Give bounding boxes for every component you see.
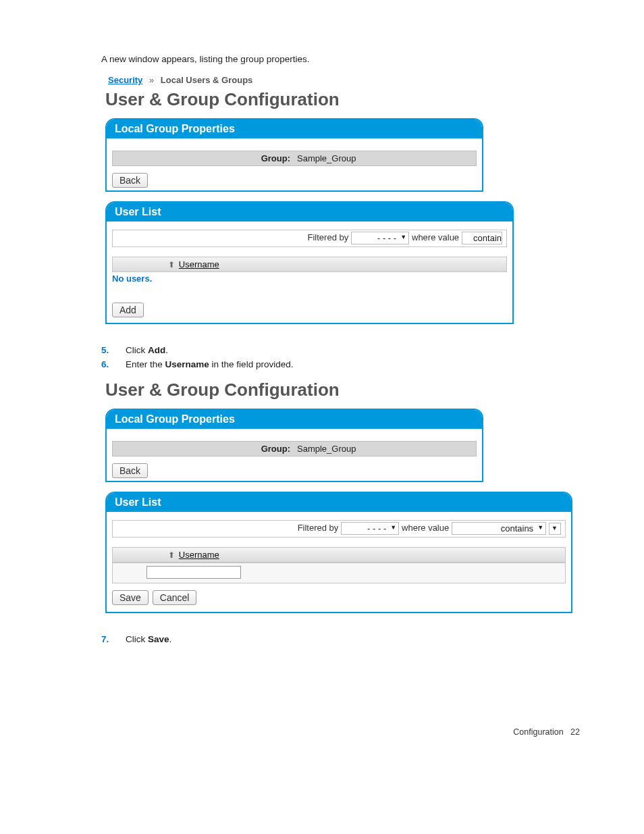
filtered-by-label: Filtered by: [308, 232, 349, 242]
filter-row: Filtered by - - - - where value contain: [112, 230, 507, 247]
step-text-bold: Add: [148, 345, 165, 355]
panel-user-list: User List Filtered by - - - - where valu…: [105, 201, 514, 324]
step-text-pre: Click: [126, 345, 148, 355]
step-text-post: .: [169, 634, 172, 644]
panel-local-group-properties: Local Group Properties Group: Sample_Gro…: [105, 409, 483, 482]
sort-up-icon: ⬆: [168, 550, 175, 560]
group-value: Sample_Group: [297, 444, 356, 454]
no-users-message: No users.: [112, 273, 512, 284]
step-text-bold: Username: [165, 359, 209, 369]
back-button[interactable]: Back: [112, 173, 148, 188]
panel-header-user-list: User List: [107, 493, 571, 512]
instruction-steps-a: 5. Click Add. 6. Enter the Username in t…: [101, 343, 580, 371]
screenshot-1: Security » Local Users & Groups User & G…: [101, 75, 580, 324]
filter-row: Filtered by - - - - where value contains: [112, 520, 566, 538]
breadcrumb-separator-icon: »: [145, 75, 158, 85]
step-text-post: in the field provided.: [209, 359, 294, 369]
panel-local-group-properties: Local Group Properties Group: Sample_Gro…: [105, 118, 483, 192]
save-button[interactable]: Save: [112, 590, 149, 605]
page-footer: Configuration 22: [101, 727, 580, 737]
sort-up-icon: ⬆: [168, 260, 175, 269]
panel-header-local-group-properties: Local Group Properties: [107, 120, 482, 138]
filter-dropdown[interactable]: - - - -: [351, 232, 409, 244]
back-button[interactable]: Back: [112, 463, 148, 478]
step-6: 6. Enter the Username in the field provi…: [101, 357, 580, 371]
panel-user-list: User List Filtered by - - - - where valu…: [105, 492, 572, 613]
step-text-pre: Enter the: [126, 359, 165, 369]
page-title: User & Group Configuration: [105, 380, 580, 400]
step-5: 5. Click Add.: [101, 343, 580, 357]
group-label: Group:: [118, 444, 290, 454]
footer-label: Configuration: [513, 727, 563, 737]
cancel-button[interactable]: Cancel: [153, 590, 197, 605]
group-value: Sample_Group: [297, 153, 356, 163]
step-number: 7.: [101, 634, 109, 644]
username-column-header: ⬆ Username: [112, 547, 566, 563]
username-input-row: [112, 563, 566, 583]
group-row: Group: Sample_Group: [112, 151, 477, 166]
page-title: User & Group Configuration: [105, 89, 580, 110]
add-button[interactable]: Add: [112, 303, 144, 317]
where-value-dropdown[interactable]: contain: [462, 232, 502, 244]
where-value-dropdown[interactable]: contains: [452, 522, 546, 535]
extra-dropdown[interactable]: [549, 523, 561, 535]
step-7: 7. Click Save.: [101, 632, 580, 646]
step-text-pre: Click: [126, 634, 148, 644]
panel-header-local-group-properties: Local Group Properties: [107, 410, 482, 429]
where-value-label: where value: [402, 523, 449, 533]
username-sort-link[interactable]: Username: [179, 550, 219, 560]
step-text-bold: Save: [148, 634, 169, 644]
username-column-header: ⬆ Username: [112, 257, 507, 272]
username-input[interactable]: [146, 566, 241, 579]
group-row: Group: Sample_Group: [112, 441, 477, 457]
footer-page-number: 22: [570, 727, 580, 737]
breadcrumb: Security » Local Users & Groups: [108, 75, 580, 85]
username-sort-link[interactable]: Username: [179, 259, 219, 269]
breadcrumb-security-link[interactable]: Security: [108, 75, 142, 85]
where-value-label: where value: [412, 232, 459, 242]
panel-header-user-list: User List: [107, 203, 512, 221]
breadcrumb-current: Local Users & Groups: [161, 75, 253, 85]
step-number: 6.: [101, 359, 109, 369]
screenshot-2: User & Group Configuration Local Group P…: [101, 380, 580, 613]
step-number: 5.: [101, 345, 109, 355]
instruction-steps-b: 7. Click Save.: [101, 632, 580, 646]
step-text-post: .: [165, 345, 168, 355]
intro-text: A new window appears, listing the group …: [101, 54, 580, 64]
filtered-by-label: Filtered by: [298, 523, 339, 533]
group-label: Group:: [118, 153, 290, 163]
filter-dropdown[interactable]: - - - -: [341, 522, 399, 535]
